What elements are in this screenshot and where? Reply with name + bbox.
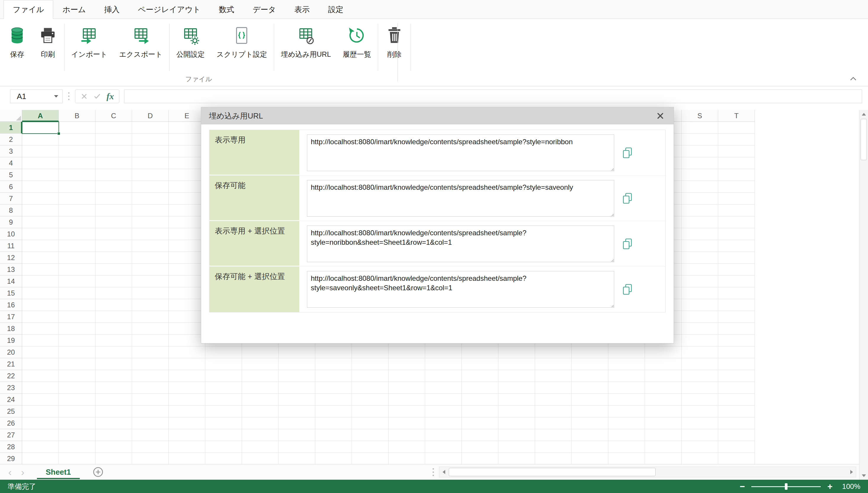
cancel-entry-button[interactable]: [78, 90, 90, 102]
row-header-6[interactable]: 6: [0, 181, 22, 193]
row-header-2[interactable]: 2: [0, 134, 22, 145]
row-header-21[interactable]: 21: [0, 358, 22, 370]
ribbon-tab-settings[interactable]: 設定: [319, 0, 353, 19]
ribbon: 保存印刷インポートエクスポート公開設定スクリプト設定埋め込み用URL履歴一覧削除…: [0, 19, 868, 86]
row-header-14[interactable]: 14: [0, 276, 22, 287]
url-row-view-only-position: 表示専用 + 選択位置http://localhost:8080/imart/k…: [209, 221, 665, 266]
zoom-slider-handle[interactable]: [785, 483, 787, 490]
ribbon-button-publish-settings[interactable]: 公開設定: [171, 21, 210, 73]
row-header-25[interactable]: 25: [0, 406, 22, 417]
row-header-17[interactable]: 17: [0, 311, 22, 323]
ribbon-tab-data[interactable]: データ: [243, 0, 285, 19]
ribbon-button-print[interactable]: 印刷: [32, 21, 63, 73]
column-header-B[interactable]: B: [59, 110, 95, 122]
row-header-5[interactable]: 5: [0, 169, 22, 181]
column-header-E[interactable]: E: [169, 110, 205, 122]
select-all-corner[interactable]: [0, 110, 22, 122]
prev-sheet-button[interactable]: ‹: [8, 467, 12, 477]
row-header-18[interactable]: 18: [0, 323, 22, 335]
scroll-right-button[interactable]: [847, 467, 856, 477]
copy-icon: [621, 146, 634, 159]
vertical-scrollbar[interactable]: [859, 110, 868, 480]
row-header-11[interactable]: 11: [0, 240, 22, 252]
url-textarea-savable-position[interactable]: http://localhost:8080/imart/knowledge/co…: [307, 271, 614, 308]
row-header-20[interactable]: 20: [0, 346, 22, 358]
scroll-up-button[interactable]: [860, 110, 868, 118]
column-header-A[interactable]: A: [22, 110, 59, 122]
status-bar: 準備完了 − + 100%: [0, 480, 868, 493]
row-header-4[interactable]: 4: [0, 157, 22, 169]
dialog-title: 埋め込み用URL: [209, 111, 263, 121]
url-textarea-savable[interactable]: http://localhost:8080/imart/knowledge/co…: [307, 180, 614, 217]
script-braces-icon: [232, 26, 251, 45]
column-header-T[interactable]: T: [718, 110, 755, 122]
ribbon-button-history[interactable]: 履歴一覧: [337, 21, 377, 73]
sheet-tab-sheet1[interactable]: Sheet1: [34, 464, 83, 480]
next-sheet-button[interactable]: ›: [21, 467, 24, 477]
row-header-1[interactable]: 1: [0, 122, 22, 134]
ribbon-tab-home[interactable]: ホーム: [53, 0, 95, 19]
scroll-down-button[interactable]: [860, 471, 868, 480]
cell-name-box[interactable]: A1: [10, 89, 63, 103]
row-header-9[interactable]: 9: [0, 216, 22, 228]
dialog-titlebar[interactable]: 埋め込み用URL: [201, 107, 674, 124]
ribbon-button-export[interactable]: エクスポート: [113, 21, 169, 73]
tab-strip-splitter[interactable]: [432, 467, 434, 477]
scroll-left-button[interactable]: [439, 467, 448, 477]
confirm-entry-button[interactable]: [91, 90, 103, 102]
dialog-close-button[interactable]: [655, 110, 666, 122]
zoom-in-button[interactable]: +: [827, 482, 832, 491]
ribbon-tab-view[interactable]: 表示: [285, 0, 319, 19]
row-header-22[interactable]: 22: [0, 370, 22, 382]
add-sheet-button[interactable]: [93, 467, 104, 477]
row-header-23[interactable]: 23: [0, 382, 22, 394]
zoom-out-button[interactable]: −: [740, 482, 745, 491]
name-box-dropdown-icon[interactable]: [54, 95, 58, 98]
row-header-19[interactable]: 19: [0, 335, 22, 346]
ribbon-button-embed-url[interactable]: 埋め込み用URL: [275, 21, 337, 73]
url-textarea-view-only[interactable]: http://localhost:8080/imart/knowledge/co…: [307, 134, 614, 171]
horizontal-scrollbar[interactable]: [439, 467, 856, 477]
row-header-13[interactable]: 13: [0, 264, 22, 276]
row-header-28[interactable]: 28: [0, 441, 22, 453]
row-header-26[interactable]: 26: [0, 417, 22, 429]
url-textarea-view-only-position[interactable]: http://localhost:8080/imart/knowledge/co…: [307, 226, 614, 262]
vertical-scrollbar-thumb[interactable]: [861, 119, 867, 160]
copy-url-button-savable[interactable]: [621, 191, 634, 206]
copy-url-button-view-only[interactable]: [621, 145, 634, 160]
formula-bar-grip[interactable]: [68, 91, 70, 101]
insert-function-button[interactable]: fx: [104, 90, 116, 102]
ribbon-tab-file[interactable]: ファイル: [3, 0, 53, 19]
ribbon-tab-insert[interactable]: 挿入: [95, 0, 129, 19]
copy-icon: [621, 237, 634, 251]
triangle-right-icon: [850, 470, 853, 474]
fill-handle[interactable]: [57, 132, 60, 135]
zoom-slider[interactable]: [751, 483, 821, 490]
row-header-3[interactable]: 3: [0, 145, 22, 157]
column-header-C[interactable]: C: [95, 110, 132, 122]
ribbon-button-save[interactable]: 保存: [2, 21, 32, 73]
row-header-8[interactable]: 8: [0, 205, 22, 216]
formula-input[interactable]: [124, 89, 862, 103]
ribbon-button-delete[interactable]: 削除: [379, 21, 410, 73]
column-header-D[interactable]: D: [132, 110, 169, 122]
row-header-7[interactable]: 7: [0, 193, 22, 205]
ribbon-tab-page-layout[interactable]: ページレイアウト: [129, 0, 210, 19]
ribbon-button-import[interactable]: インポート: [65, 21, 113, 73]
row-header-24[interactable]: 24: [0, 394, 22, 406]
row-header-15[interactable]: 15: [0, 287, 22, 299]
column-header-S[interactable]: S: [682, 110, 718, 122]
row-header-27[interactable]: 27: [0, 429, 22, 441]
row-header-12[interactable]: 12: [0, 252, 22, 264]
row-header-29[interactable]: 29: [0, 453, 22, 464]
zoom-level: 100%: [839, 483, 860, 491]
url-row-label: 表示専用: [209, 130, 299, 175]
ribbon-button-script-settings[interactable]: スクリプト設定: [210, 21, 273, 73]
row-header-16[interactable]: 16: [0, 299, 22, 311]
row-header-10[interactable]: 10: [0, 228, 22, 240]
copy-url-button-view-only-position[interactable]: [621, 236, 634, 251]
copy-url-button-savable-position[interactable]: [621, 282, 634, 297]
horizontal-scrollbar-thumb[interactable]: [449, 468, 655, 476]
ribbon-tab-formulas[interactable]: 数式: [210, 0, 243, 19]
ribbon-collapse-button[interactable]: [847, 73, 860, 84]
